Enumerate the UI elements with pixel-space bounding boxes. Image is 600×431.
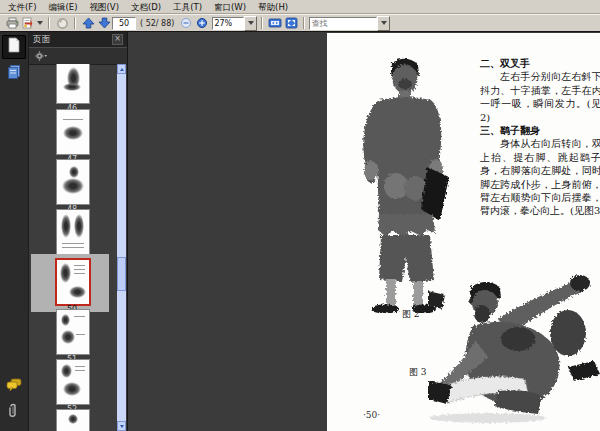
zoom-out-button[interactable]	[178, 16, 194, 30]
find-dropdown-caret	[381, 21, 387, 25]
menu-tools[interactable]: 工具(T)	[167, 1, 208, 13]
print-button[interactable]	[4, 16, 20, 30]
section-heading: 二、双叉手	[480, 57, 600, 70]
pages-tab[interactable]	[2, 35, 26, 59]
scrollbar-thumb[interactable]	[117, 257, 126, 291]
figure3-caption: 图 3	[409, 366, 427, 379]
menu-view[interactable]: 视图(V)	[84, 1, 125, 13]
layers-tab[interactable]	[2, 62, 26, 86]
thumbnail-page-partial[interactable]	[56, 409, 90, 431]
next-page-button[interactable]	[96, 16, 112, 30]
scroll-down-icon	[120, 425, 124, 428]
page-options-icon[interactable]	[34, 47, 47, 66]
menu-edit[interactable]: 编辑(E)	[43, 1, 84, 13]
body-text-column: 二、双叉手 左右手分别向左右斜下方抖力、十字插掌，左手在内，一呼一吸，瞬间发力。…	[480, 57, 600, 218]
page-down-icon	[98, 17, 111, 29]
toolbar-separator	[303, 17, 305, 29]
panel-close-button[interactable]: ×	[112, 34, 123, 45]
page-count-label: ( 52/ 88)	[140, 19, 174, 28]
thumbnail-page-50[interactable]	[55, 258, 91, 306]
attachments-tab[interactable]	[2, 401, 26, 425]
history-button-disabled[interactable]	[54, 16, 70, 30]
page-number-input[interactable]	[112, 17, 136, 30]
scroll-up-icon	[120, 68, 124, 71]
menu-bar: 文件(F) 编辑(E) 视图(V) 文档(D) 工具(T) 窗口(W) 帮助(H…	[0, 0, 600, 14]
attachment-icon	[7, 403, 21, 423]
thumbnail-page-49[interactable]	[56, 209, 90, 255]
zoom-in-button[interactable]	[194, 16, 210, 30]
find-input[interactable]	[309, 17, 377, 30]
document-page: 图 2	[327, 33, 600, 431]
fit-width-icon	[268, 17, 282, 29]
zoom-in-icon	[196, 17, 208, 29]
crouching-figure-photo	[428, 271, 600, 431]
zoom-level-dropdown[interactable]	[244, 16, 257, 31]
menu-file[interactable]: 文件(F)	[2, 1, 43, 13]
pages-panel-title: 页面	[33, 34, 50, 46]
page-number: ·50·	[363, 410, 380, 420]
thumbnail-list: 46 47 48	[29, 64, 127, 431]
figure2-caption: 图 2	[402, 308, 420, 321]
toolbar-separator	[74, 17, 76, 29]
pages-panel: 页面 ×	[29, 32, 128, 431]
fit-page-button[interactable]	[283, 16, 299, 30]
fit-width-button[interactable]	[267, 16, 283, 30]
comments-tab[interactable]	[2, 374, 26, 398]
previous-page-button[interactable]	[80, 16, 96, 30]
export-dropdown-caret	[37, 21, 43, 25]
comments-icon	[6, 377, 22, 396]
thumbnail-page-46[interactable]	[56, 64, 90, 104]
section-body: 左右手分别向左右斜下方抖力、十字插掌，左手在内，一呼一吸，瞬间发力。(见图2)	[480, 70, 600, 124]
history-icon	[56, 17, 69, 30]
menu-document[interactable]: 文档(D)	[125, 1, 167, 13]
thumbnail-page-51[interactable]	[56, 309, 90, 355]
find-dropdown[interactable]	[377, 16, 390, 31]
pages-panel-toolbar	[29, 48, 127, 65]
toolbar-separator	[261, 17, 263, 29]
thumbnail-scrollbar[interactable]	[117, 64, 126, 431]
scroll-up-button[interactable]	[117, 64, 126, 74]
print-icon	[6, 17, 19, 29]
thumbnail-page-52[interactable]	[56, 359, 90, 405]
zoom-out-icon	[180, 17, 192, 29]
section-body: 身体从右向后转向，双手上抬、提右脚、跳起鹞子翻身，右脚落向左脚处，同时左脚左跨成…	[480, 137, 600, 217]
main-area: 页面 ×	[0, 32, 600, 431]
page-up-icon	[82, 17, 95, 29]
zoom-level-input[interactable]	[212, 17, 244, 30]
fit-page-icon	[285, 17, 298, 29]
layers-icon	[7, 64, 21, 84]
navigation-tab-strip	[0, 32, 29, 431]
toolbar: ( 52/ 88)	[0, 14, 600, 33]
pages-icon	[7, 37, 21, 57]
document-pane[interactable]: 图 2	[128, 32, 600, 431]
scroll-down-button[interactable]	[117, 421, 126, 431]
section-heading: 三、鹞子翻身	[480, 124, 600, 137]
menu-window[interactable]: 窗口(W)	[208, 1, 252, 13]
thumbnail-page-47[interactable]	[56, 109, 90, 155]
zoom-dropdown-caret	[248, 21, 254, 25]
thumbnail-page-48[interactable]	[56, 159, 90, 205]
toolbar-separator	[48, 17, 50, 29]
export-icon	[21, 17, 35, 29]
export-button[interactable]	[20, 16, 44, 30]
menu-help[interactable]: 帮助(H)	[252, 1, 294, 13]
